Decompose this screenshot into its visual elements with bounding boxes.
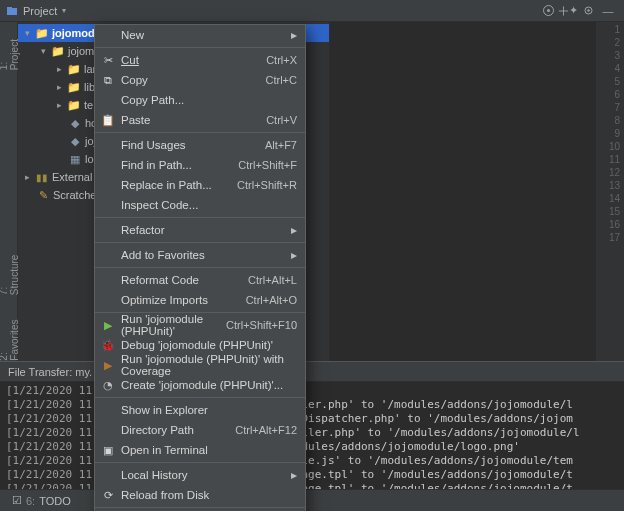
svg-rect-0 (7, 8, 17, 15)
chevron-right-icon: ▸ (291, 28, 297, 42)
menu-coverage[interactable]: ▶Run 'jojomodule (PHPUnit)' with Coverag… (95, 355, 305, 375)
menu-optimize-imports[interactable]: Optimize ImportsCtrl+Alt+O (95, 290, 305, 310)
chevron-right-icon: ▸ (291, 223, 297, 237)
file-transfer-host: my. (75, 366, 92, 378)
menu-show-explorer[interactable]: Show in Explorer (95, 400, 305, 420)
menu-copy[interactable]: ⧉CopyCtrl+C (95, 70, 305, 90)
folder-icon: 📁 (67, 62, 81, 76)
bug-icon: 🐞 (101, 338, 115, 352)
left-tool-strip: 1: Project 7: Structure 2: Favorites (0, 22, 18, 361)
chevron-down-icon: ▾ (38, 46, 48, 56)
chevron-right-icon: ▸ (54, 100, 64, 110)
menu-refactor[interactable]: Refactor▸ (95, 220, 305, 240)
sidebar-tab-project[interactable]: 1: Project (0, 30, 20, 70)
menu-debug[interactable]: 🐞Debug 'jojomodule (PHPUnit)' (95, 335, 305, 355)
terminal-icon: ▣ (101, 443, 115, 457)
chevron-right-icon: ▸ (22, 172, 32, 182)
project-title: Project (23, 5, 57, 17)
target-icon[interactable] (538, 1, 558, 21)
minimize-icon[interactable]: — (598, 1, 618, 21)
project-dropdown[interactable]: Project ▾ (6, 5, 66, 17)
cut-icon: ✂ (101, 53, 115, 67)
tab-todo[interactable]: ☑ 6: TODO (6, 491, 77, 511)
menu-reformat[interactable]: Reformat CodeCtrl+Alt+L (95, 270, 305, 290)
sidebar-tab-structure[interactable]: 7: Structure (0, 246, 20, 295)
menu-add-favorites[interactable]: Add to Favorites▸ (95, 245, 305, 265)
menu-create-run[interactable]: ◔Create 'jojomodule (PHPUnit)'... (95, 375, 305, 395)
gear-icon[interactable] (578, 1, 598, 21)
chevron-down-icon: ▾ (22, 28, 32, 38)
menu-find-usages[interactable]: Find UsagesAlt+F7 (95, 135, 305, 155)
folder-icon: 📁 (35, 26, 49, 40)
create-icon: ◔ (101, 378, 115, 392)
chevron-right-icon: ▸ (291, 248, 297, 262)
chevron-right-icon: ▸ (54, 64, 64, 74)
expand-icon[interactable]: ✦ (558, 1, 578, 21)
php-file-icon: ◆ (68, 116, 82, 130)
menu-inspect-code[interactable]: Inspect Code... (95, 195, 305, 215)
todo-icon: ☑ (12, 494, 22, 507)
run-icon: ▶ (101, 318, 115, 332)
line-gutter: 123 456 789 101112 131415 1617 (596, 22, 624, 361)
menu-reload[interactable]: ⟳Reload from Disk (95, 485, 305, 505)
sidebar-tab-favorites[interactable]: 2: Favorites (0, 311, 20, 361)
menu-directory-path[interactable]: Directory PathCtrl+Alt+F12 (95, 420, 305, 440)
svg-point-3 (547, 9, 550, 12)
coverage-icon: ▶ (101, 358, 115, 372)
menu-new[interactable]: New▸ (95, 25, 305, 45)
menu-cut[interactable]: ✂CutCtrl+X (95, 50, 305, 70)
menu-copy-path[interactable]: Copy Path... (95, 90, 305, 110)
image-file-icon: ▦ (68, 152, 82, 166)
paste-icon: 📋 (101, 113, 115, 127)
svg-point-5 (587, 9, 589, 11)
chevron-right-icon: ▸ (54, 82, 64, 92)
library-icon: ▮▮ (35, 170, 49, 184)
menu-open-terminal[interactable]: ▣Open in Terminal (95, 440, 305, 460)
folder-icon: 📁 (51, 44, 65, 58)
context-menu[interactable]: New▸ ✂CutCtrl+X ⧉CopyCtrl+C Copy Path...… (94, 24, 306, 511)
menu-paste[interactable]: 📋PasteCtrl+V (95, 110, 305, 130)
menu-run[interactable]: ▶Run 'jojomodule (PHPUnit)'Ctrl+Shift+F1… (95, 315, 305, 335)
folder-icon: 📁 (67, 98, 81, 112)
scratch-icon: ✎ (36, 188, 50, 202)
menu-local-history[interactable]: Local History▸ (95, 465, 305, 485)
php-file-icon: ◆ (68, 134, 82, 148)
project-icon (6, 5, 18, 17)
copy-icon: ⧉ (101, 73, 115, 87)
file-transfer-title: File Transfer: (8, 366, 72, 378)
toolbar: Project ▾ ✦ — (0, 0, 624, 22)
folder-icon: 📁 (67, 80, 81, 94)
reload-icon: ⟳ (101, 488, 115, 502)
menu-find-in-path[interactable]: Find in Path...Ctrl+Shift+F (95, 155, 305, 175)
chevron-down-icon: ▾ (62, 6, 66, 15)
editor-area: 123 456 789 101112 131415 1617 (330, 22, 624, 361)
menu-replace-in-path[interactable]: Replace in Path...Ctrl+Shift+R (95, 175, 305, 195)
svg-rect-1 (7, 7, 12, 9)
chevron-right-icon: ▸ (291, 468, 297, 482)
